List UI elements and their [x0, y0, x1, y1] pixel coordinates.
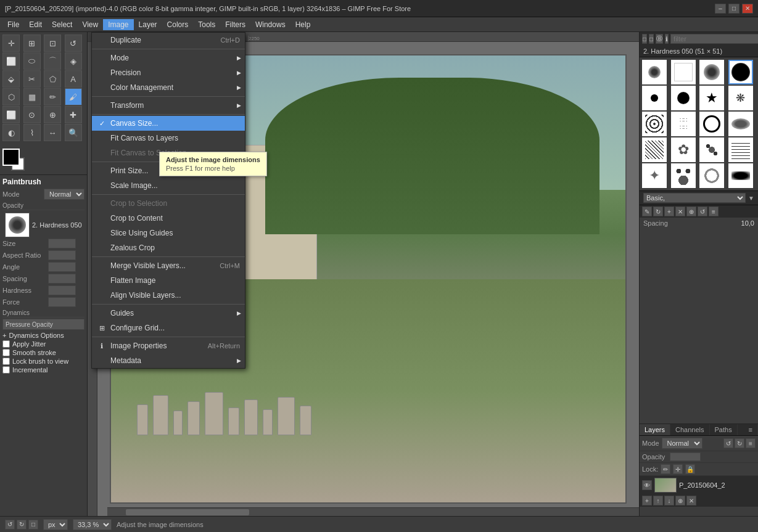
- brush-panel-icon3[interactable]: Ⓑ: [656, 34, 663, 44]
- h-scroll-thumb[interactable]: [126, 509, 249, 515]
- tool-transform[interactable]: ↺: [65, 35, 82, 52]
- mode-select[interactable]: Normal: [44, 189, 84, 200]
- layers-redo-icon[interactable]: ↻: [735, 438, 744, 448]
- maximize-button[interactable]: □: [728, 4, 739, 14]
- status-redo-icon[interactable]: ↻: [17, 520, 27, 530]
- tool-clone[interactable]: ⊕: [44, 106, 61, 123]
- tool-blend[interactable]: ▦: [23, 88, 41, 105]
- brush-item-8[interactable]: ❋: [728, 86, 753, 110]
- zoom-select[interactable]: 33,3 %: [73, 519, 112, 530]
- tool-move[interactable]: ✛: [2, 35, 20, 52]
- brush-item-17[interactable]: ✦: [642, 163, 667, 188]
- brush-item-18[interactable]: [671, 163, 696, 188]
- brush-refresh-icon[interactable]: ↻: [653, 207, 663, 216]
- brush-item-14[interactable]: ✿: [671, 137, 696, 162]
- preset-select[interactable]: Basic,: [643, 193, 746, 203]
- tab-layers[interactable]: Layers: [640, 424, 670, 435]
- brush-delete-icon[interactable]: ✕: [675, 207, 685, 216]
- duplicate-layer-icon[interactable]: ⊕: [675, 496, 685, 505]
- tool-text[interactable]: A: [65, 70, 82, 88]
- tab-menu-icon[interactable]: ≡: [744, 424, 758, 435]
- lock-brush-checkbox[interactable]: [2, 358, 10, 365]
- layers-mode-select[interactable]: Normal: [662, 438, 702, 449]
- menu-colors[interactable]: Colors: [162, 19, 194, 30]
- brush-menu-icon[interactable]: ≡: [709, 207, 719, 216]
- tool-free-select[interactable]: ⌒: [44, 52, 61, 70]
- tool-eraser[interactable]: ⬜: [2, 106, 20, 123]
- brush-item-4-selected[interactable]: [728, 60, 753, 84]
- menu-layer[interactable]: Layer: [134, 19, 162, 30]
- tool-pencil[interactable]: ✏: [44, 88, 61, 105]
- brush-item-11[interactable]: [699, 112, 724, 136]
- menu-file[interactable]: File: [2, 19, 24, 30]
- tool-color-select[interactable]: ⬙: [2, 70, 20, 88]
- menu-fit-layers[interactable]: Fit Canvas to Layers: [92, 131, 245, 145]
- brush-item-10[interactable]: ∷∷∷∷: [671, 112, 696, 136]
- lower-layer-icon[interactable]: ↓: [664, 496, 674, 505]
- brush-item-16[interactable]: [728, 137, 753, 162]
- menu-configure-grid[interactable]: ⊞ Configure Grid...: [92, 321, 245, 335]
- aspect-input[interactable]: 0,00: [48, 250, 76, 260]
- tab-paths[interactable]: Paths: [710, 424, 738, 435]
- tool-ellipse-select[interactable]: ⬭: [23, 52, 41, 70]
- menu-windows[interactable]: Windows: [250, 19, 290, 30]
- angle-input[interactable]: 0,00: [48, 262, 76, 272]
- menu-merge-visible[interactable]: Merge Visible Layers... Ctrl+M: [92, 258, 245, 273]
- menu-flatten[interactable]: Flatten Image: [92, 273, 245, 288]
- menu-help[interactable]: Help: [290, 19, 316, 30]
- brush-preview[interactable]: [5, 213, 30, 237]
- brush-item-15[interactable]: [699, 137, 724, 162]
- tool-dodge[interactable]: ◐: [2, 124, 20, 141]
- new-layer-icon[interactable]: +: [642, 496, 652, 505]
- force-input[interactable]: 50,0: [48, 297, 76, 307]
- brush-panel-icon4[interactable]: ℹ: [665, 34, 669, 44]
- lock-all-icon[interactable]: 🔒: [685, 464, 695, 474]
- menu-filters[interactable]: Filters: [220, 19, 250, 30]
- brush-item-6[interactable]: [671, 86, 696, 110]
- menu-edit[interactable]: Edit: [24, 19, 47, 30]
- brush-panel-icon2[interactable]: □: [649, 34, 654, 44]
- layers-undo-icon[interactable]: ↺: [723, 438, 733, 448]
- menu-canvas-size[interactable]: ✓ Canvas Size...: [92, 116, 245, 131]
- unit-select[interactable]: px: [43, 519, 68, 530]
- layers-extra-icon[interactable]: ≡: [746, 438, 756, 448]
- menu-image[interactable]: Image: [103, 19, 133, 30]
- status-layers-icon[interactable]: □: [28, 520, 38, 530]
- brush-filter-input[interactable]: [670, 34, 758, 44]
- opacity-input-layers[interactable]: 100,0: [670, 452, 701, 461]
- minimize-button[interactable]: –: [715, 4, 726, 14]
- dynamics-options-expand[interactable]: +: [2, 332, 6, 339]
- foreground-color[interactable]: [2, 149, 20, 166]
- brush-item-12[interactable]: [728, 112, 753, 136]
- brush-item-5[interactable]: [642, 86, 667, 110]
- spacing-input[interactable]: 10,0: [48, 274, 76, 284]
- brush-item-19[interactable]: [699, 163, 724, 188]
- menu-view[interactable]: View: [77, 19, 103, 30]
- brush-item-2[interactable]: [671, 60, 696, 84]
- h-scrollbar[interactable]: [107, 507, 639, 516]
- menu-tools[interactable]: Tools: [193, 19, 220, 30]
- menu-transform[interactable]: Transform: [92, 98, 245, 113]
- close-button[interactable]: ✕: [742, 4, 753, 14]
- smooth-stroke-checkbox[interactable]: [2, 349, 10, 356]
- menu-align-layers[interactable]: Align Visible Layers...: [92, 288, 245, 303]
- tool-heal[interactable]: ✚: [65, 106, 82, 123]
- delete-layer-icon[interactable]: ✕: [686, 496, 696, 505]
- menu-metadata[interactable]: Metadata: [92, 353, 245, 368]
- status-undo-icon[interactable]: ↺: [5, 520, 15, 530]
- raise-layer-icon[interactable]: ↑: [653, 496, 663, 505]
- brush-item-1[interactable]: [642, 60, 667, 84]
- menu-color-mgmt[interactable]: Color Management: [92, 80, 245, 95]
- menu-guides[interactable]: Guides: [92, 306, 245, 321]
- brush-item-3[interactable]: [699, 60, 724, 84]
- brush-panel-icon1[interactable]: □: [642, 34, 647, 44]
- menu-precision[interactable]: Precision: [92, 65, 245, 80]
- menu-slice-guides[interactable]: Slice Using Guides: [92, 226, 245, 240]
- menu-mode[interactable]: Mode: [92, 51, 245, 65]
- tool-fuzzy-select[interactable]: ◈: [65, 52, 82, 70]
- size-input[interactable]: 51,00: [48, 239, 76, 248]
- brush-copy-icon[interactable]: ⊕: [686, 207, 696, 216]
- tool-bucket[interactable]: ⬡: [2, 88, 20, 105]
- brush-edit-icon[interactable]: ✎: [642, 207, 652, 216]
- menu-scale-image[interactable]: Scale Image...: [92, 178, 245, 193]
